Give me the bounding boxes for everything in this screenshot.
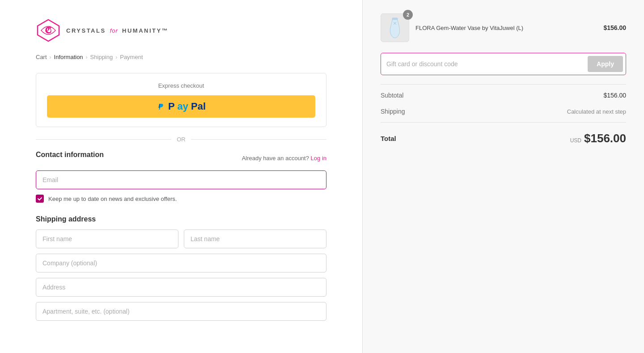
product-quantity-badge: 2	[403, 10, 413, 20]
paypal-p3: Pal	[191, 101, 206, 112]
product-name: FLORA Gem-Water Vase by VitaJuwel (L)	[415, 25, 597, 31]
paypal-button[interactable]: PayPal	[47, 95, 315, 118]
apartment-field-wrap	[36, 302, 326, 321]
contact-section-title: Contact information	[36, 151, 104, 159]
subtotal-value: $156.00	[603, 92, 626, 99]
express-checkout-section: Express checkout PayPal	[36, 73, 326, 127]
logo-icon: C ℭ	[36, 18, 61, 43]
total-row: Total USD $156.00	[381, 125, 626, 145]
newsletter-checkbox-row: Keep me up to date on news and exclusive…	[36, 195, 326, 203]
vase-icon	[386, 17, 404, 39]
right-panel: 2 FLORA Gem-Water Vase by VitaJuwel (L) …	[362, 0, 644, 353]
breadcrumb-shipping: Shipping	[90, 54, 113, 60]
shipping-row: Shipping Calculated at next step	[381, 103, 626, 119]
total-label: Total	[381, 135, 396, 142]
svg-point-5	[392, 18, 398, 20]
total-amount: $156.00	[584, 132, 626, 145]
shipping-label: Shipping	[381, 108, 405, 115]
breadcrumb-information: Information	[54, 54, 83, 60]
email-field-wrap	[36, 170, 326, 189]
summary-divider-top	[381, 84, 626, 85]
logo-area: C ℭ CRYSTALS for HUMANITY™	[36, 18, 326, 43]
checkmark-icon	[37, 196, 42, 201]
left-panel: C ℭ CRYSTALS for HUMANITY™ Cart › Inform…	[0, 0, 362, 353]
name-row	[36, 230, 326, 248]
breadcrumb: Cart › Information › Shipping › Payment	[36, 54, 326, 60]
discount-input[interactable]	[386, 60, 588, 68]
shipping-value: Calculated at next step	[567, 108, 626, 115]
logo-text: CRYSTALS for HUMANITY™	[66, 27, 169, 34]
product-row: 2 FLORA Gem-Water Vase by VitaJuwel (L) …	[381, 13, 626, 42]
contact-info-row: Contact information Already have an acco…	[36, 151, 326, 165]
apartment-input[interactable]	[36, 302, 326, 321]
summary-divider-bottom	[381, 122, 626, 123]
discount-area: Apply	[381, 53, 626, 75]
address-input[interactable]	[36, 278, 326, 297]
breadcrumb-chevron-3: ›	[115, 54, 117, 60]
apply-button[interactable]: Apply	[588, 56, 623, 72]
login-prompt: Already have an account? Log in	[242, 155, 326, 162]
or-divider: OR	[36, 136, 326, 143]
breadcrumb-chevron-1: ›	[50, 54, 51, 60]
company-input[interactable]	[36, 254, 326, 272]
newsletter-checkbox[interactable]	[36, 195, 44, 203]
paypal-icon	[157, 102, 165, 111]
newsletter-label: Keep me up to date on news and exclusive…	[48, 196, 177, 202]
shipping-section-title: Shipping address	[36, 215, 326, 223]
subtotal-row: Subtotal $156.00	[381, 87, 626, 103]
email-input[interactable]	[36, 170, 326, 189]
breadcrumb-payment: Payment	[120, 54, 143, 60]
express-checkout-title: Express checkout	[47, 82, 315, 89]
paypal-p1: P	[168, 101, 175, 112]
product-price: $156.00	[603, 24, 626, 31]
last-name-input[interactable]	[184, 230, 326, 248]
paypal-p2: ay	[178, 101, 188, 112]
breadcrumb-chevron-2: ›	[86, 54, 88, 60]
company-field-wrap	[36, 254, 326, 272]
total-currency: USD	[570, 137, 581, 144]
product-image-wrap: 2	[381, 13, 409, 42]
first-name-input[interactable]	[36, 230, 178, 248]
breadcrumb-cart[interactable]: Cart	[36, 54, 47, 60]
total-value-group: USD $156.00	[570, 132, 626, 145]
login-link[interactable]: Log in	[311, 155, 326, 162]
subtotal-label: Subtotal	[381, 92, 403, 99]
address-field-wrap	[36, 278, 326, 297]
